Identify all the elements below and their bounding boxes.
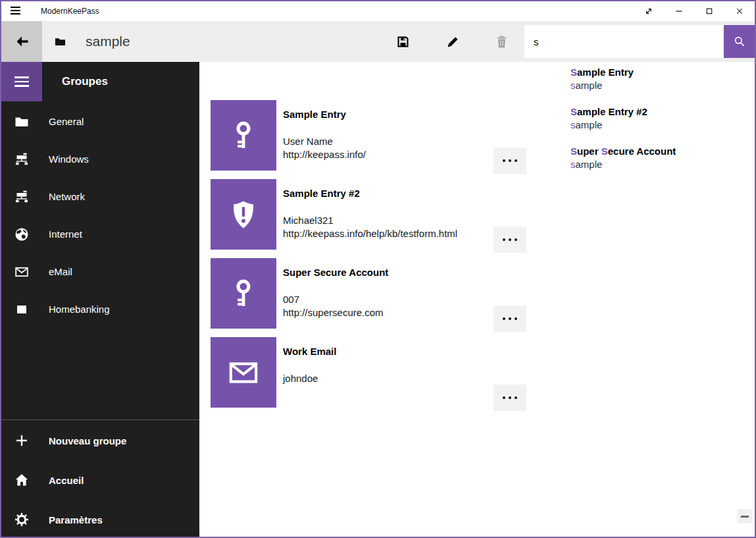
envelope-icon xyxy=(14,264,30,280)
entry-text: Sample Entry User Name http://keepass.in… xyxy=(283,100,500,161)
entry-url: http://supersecure.com xyxy=(283,306,500,319)
entry-title: Work Email xyxy=(283,337,500,358)
sidebar-item-label: Homebanking xyxy=(49,290,110,328)
shield-exclamation-icon xyxy=(228,199,259,230)
entry-tile[interactable] xyxy=(211,258,276,329)
sidebar-item-label: Accueil xyxy=(49,460,84,500)
database-title: sample xyxy=(86,21,130,62)
maximize-button[interactable] xyxy=(694,1,724,21)
minimize-icon xyxy=(673,5,685,17)
sidebar-item-label: Internet xyxy=(49,215,82,253)
sidebar-item-label: Nouveau groupe xyxy=(49,421,126,460)
envelope-icon xyxy=(227,356,260,389)
globe-icon xyxy=(14,227,30,242)
sidebar-item-homebanking[interactable]: Homebanking xyxy=(1,290,199,328)
suggestion-item[interactable]: Super Secure Accountsample xyxy=(570,145,755,171)
back-arrow-icon xyxy=(14,34,30,49)
entry-text: Super Secure Account 007 http://supersec… xyxy=(283,258,500,319)
sidebar-item-internet[interactable]: Internet xyxy=(1,215,199,253)
entry-list: Sample Entry User Name http://keepass.in… xyxy=(199,62,755,537)
sidebar-item-settings[interactable]: Paramètres xyxy=(1,500,199,537)
gear-icon xyxy=(14,512,30,527)
sidebar-item-label: Paramètres xyxy=(49,500,103,537)
back-button[interactable] xyxy=(1,21,42,62)
suggestion-subtitle: sample xyxy=(570,158,755,171)
entry-title: Sample Entry xyxy=(283,100,500,121)
entry-username: User Name xyxy=(283,135,500,148)
entry-row[interactable]: Super Secure Account 007 http://supersec… xyxy=(211,258,730,329)
sidebar: Groupes General Windows xyxy=(1,62,199,537)
key-icon xyxy=(228,120,259,151)
menu-icon[interactable] xyxy=(11,7,21,16)
entry-more-button[interactable] xyxy=(493,227,526,253)
suggestion-title: Sample Entry xyxy=(570,66,755,79)
folder-icon xyxy=(14,114,30,130)
groups-heading: Groupes xyxy=(62,62,108,101)
fullscreen-button[interactable] xyxy=(634,1,664,21)
suggestion-subtitle: sample xyxy=(570,79,755,92)
app-window: ModernKeePass xyxy=(0,0,756,538)
delete-button[interactable] xyxy=(486,21,517,62)
semantic-zoom-button[interactable] xyxy=(738,509,752,524)
entry-username: johndoe xyxy=(283,372,500,385)
sidebar-item-home[interactable]: Accueil xyxy=(1,460,199,500)
database-folder-icon xyxy=(54,21,66,62)
minus-icon xyxy=(741,516,749,518)
network-computer-icon xyxy=(14,151,30,167)
entry-url: http://keepass.info/ xyxy=(283,148,500,161)
suggestion-item[interactable]: Sample Entrysample xyxy=(570,66,755,92)
entry-tile[interactable] xyxy=(211,179,276,250)
search-input[interactable] xyxy=(524,25,724,58)
title-bar: ModernKeePass xyxy=(1,1,755,21)
sidebar-item-label: Network xyxy=(49,178,85,215)
entry-more-button[interactable] xyxy=(493,306,526,332)
save-button[interactable] xyxy=(388,21,418,62)
pencil-icon xyxy=(446,35,460,49)
sidebar-item-new-group[interactable]: Nouveau groupe xyxy=(1,421,199,460)
entry-text: Work Email johndoe xyxy=(283,337,500,385)
magnifier-icon xyxy=(733,35,746,48)
plus-icon xyxy=(14,433,30,448)
sidebar-item-network[interactable]: Network xyxy=(1,178,199,215)
key-icon xyxy=(228,278,259,309)
entry-tile[interactable] xyxy=(211,100,276,171)
minimize-button[interactable] xyxy=(664,1,694,21)
suggestion-item[interactable]: Sample Entry #2sample xyxy=(570,105,755,132)
maximize-icon xyxy=(703,5,715,17)
sidebar-item-label: General xyxy=(49,103,84,140)
sidebar-item-email[interactable]: eMail xyxy=(1,253,199,290)
search-suggestions: Sample EntrysampleSample Entry #2sampleS… xyxy=(570,66,755,184)
entry-row[interactable]: Work Email johndoe xyxy=(211,337,730,408)
entry-row[interactable]: Sample Entry #2 Michael321 http://keepas… xyxy=(211,179,730,250)
entry-url: http://keepass.info/help/kb/testform.htm… xyxy=(283,227,500,240)
entry-username: Michael321 xyxy=(283,214,500,227)
edit-button[interactable] xyxy=(438,21,468,62)
hamburger-button[interactable] xyxy=(1,62,42,101)
home-icon xyxy=(14,472,30,488)
sidebar-item-general[interactable]: General xyxy=(1,103,199,140)
entry-username: 007 xyxy=(283,293,500,306)
command-bar: sample xyxy=(1,21,755,62)
sidebar-item-windows[interactable]: Windows xyxy=(1,140,199,178)
sidebar-item-label: eMail xyxy=(49,253,72,290)
fullscreen-icon xyxy=(643,5,655,17)
sidebar-item-label: Windows xyxy=(49,140,89,178)
search-button[interactable] xyxy=(724,25,755,58)
save-icon xyxy=(396,35,410,49)
network-computer-icon xyxy=(14,189,30,205)
entry-tile[interactable] xyxy=(211,337,276,408)
entry-more-button[interactable] xyxy=(493,385,526,411)
close-button[interactable] xyxy=(724,1,755,21)
search-box xyxy=(524,25,724,58)
suggestion-title: Super Secure Account xyxy=(570,145,755,158)
entry-title: Sample Entry #2 xyxy=(283,179,500,200)
trash-icon xyxy=(495,35,509,49)
entry-title: Super Secure Account xyxy=(283,258,500,279)
suggestion-title: Sample Entry #2 xyxy=(570,105,755,119)
entry-text: Sample Entry #2 Michael321 http://keepas… xyxy=(283,179,500,240)
suggestion-subtitle: sample xyxy=(570,119,755,132)
sidebar-divider xyxy=(1,419,199,420)
square-icon xyxy=(14,302,30,317)
entry-more-button[interactable] xyxy=(493,148,526,174)
window-controls xyxy=(634,1,755,21)
